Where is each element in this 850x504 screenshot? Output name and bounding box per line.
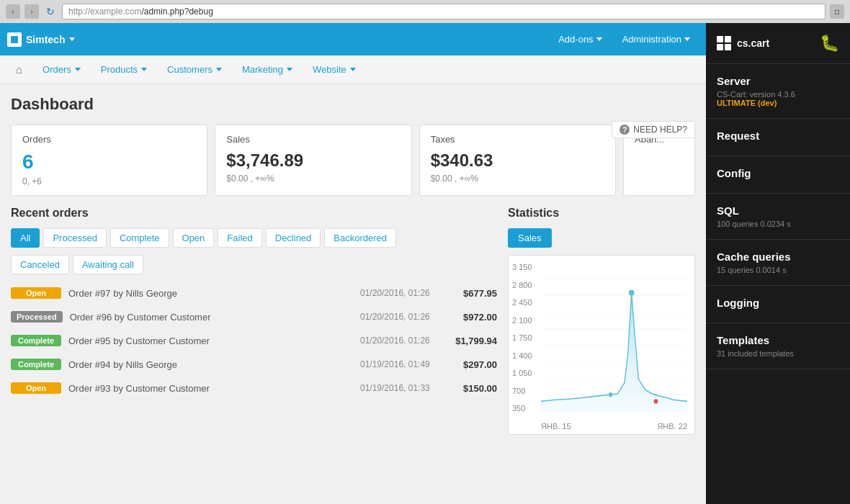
x-label-1: ЯНВ. 22 [657,422,687,431]
filter-declined[interactable]: Declined [266,228,321,248]
stat-value-sales: $3,746.89 [226,150,400,171]
sidebar-sql-title[interactable]: SQL [717,204,839,217]
svg-point-9 [609,392,613,397]
screen-button[interactable]: □ [830,4,844,19]
status-badge: Complete [11,359,61,370]
table-row: Complete Order #94 by Nills George 01/19… [11,353,497,377]
filter-complete[interactable]: Complete [110,228,169,248]
y-label-8: 350 [512,404,532,413]
y-label-2: 2 450 [512,298,532,307]
y-label-0: 3 150 [512,263,532,271]
products-nav[interactable]: Products [92,60,156,79]
addons-button[interactable]: Add-ons [550,30,610,49]
brand-icon [7,32,22,47]
administration-button[interactable]: Administration [614,30,699,49]
order-date: 01/19/2016, 01:33 [360,383,439,393]
brand-logo[interactable]: Simtech [7,32,75,47]
order-info[interactable]: Order #94 by Nills George [68,359,353,370]
url-bar[interactable]: http://example.com /admin.php?debug [62,4,826,19]
order-info[interactable]: Order #95 by Customer Customer [68,336,353,346]
order-amount: $1,799.94 [447,336,497,346]
order-info[interactable]: Order #97 by Nills George [68,288,353,299]
sidebar-templates-line0: 31 included templates [717,349,839,358]
order-amount: $150.00 [447,383,497,394]
order-info[interactable]: Order #96 by Customer Customer [70,312,353,323]
stat-label-taxes: Taxes [431,134,604,145]
y-label-7: 700 [512,387,532,395]
sidebar-templates: Templates 31 included templates [706,323,850,369]
filter-row-2: Canceled Awaiting call [11,255,497,274]
stats-tab-row: Sales [508,228,695,248]
forward-button[interactable]: › [24,4,39,19]
sidebar-request-title[interactable]: Request [717,130,839,142]
home-link[interactable]: ⌂ [7,59,31,80]
order-info[interactable]: Order #93 by Customer Customer [68,383,353,394]
filter-all[interactable]: All [11,228,40,248]
sidebar-cache-line0: 15 queries 0.0014 s [717,266,839,274]
navbar-right: Add-ons Administration [550,30,699,49]
addons-caret [596,37,602,41]
table-row: Processed Order #96 by Customer Customer… [11,305,497,329]
sidebar-server-title[interactable]: Server [717,75,839,87]
stat-card-orders: Orders 6 0, +6 [11,125,207,196]
need-help-button[interactable]: ? NEED HELP? [612,121,695,138]
brand-name: Simtech [26,34,65,45]
stat-card-taxes: Taxes $340.63 $0.00 , +∞% [419,125,616,196]
stat-sub-taxes: $0.00 , +∞% [431,174,604,184]
filter-open[interactable]: Open [173,228,215,248]
sidebar-sql-line0: 100 queries 0.0234 s [717,220,839,228]
order-amount: $677.95 [447,288,497,299]
stat-sub-orders: 0, +6 [22,176,196,186]
sidebar-header: cs.cart 🐛 [706,23,850,64]
status-badge: Open [11,382,61,394]
marketing-nav[interactable]: Marketing [233,60,301,79]
order-amount: $297.00 [447,359,497,370]
status-badge: Complete [11,335,61,346]
help-circle-icon: ? [619,125,630,135]
bug-icon[interactable]: 🐛 [820,34,839,53]
chart-y-labels: 3 150 2 800 2 450 2 100 1 750 1 400 1 05… [512,263,532,413]
filter-failed[interactable]: Failed [218,228,261,248]
filter-row: All Processed Complete Open Failed Decli… [11,228,497,248]
x-label-0: ЯНВ. 15 [541,422,571,431]
y-label-5: 1 400 [512,351,532,360]
stat-label-sales: Sales [226,134,400,145]
sidebar-logging: Logging [706,286,850,323]
refresh-button[interactable]: ↻ [43,4,58,19]
filter-processed[interactable]: Processed [43,228,106,248]
customers-nav[interactable]: Customers [158,60,231,79]
orders-section: Recent orders All Processed Complete Ope… [11,207,497,435]
back-button[interactable]: ‹ [6,4,20,19]
sidebar-config-title[interactable]: Config [717,167,839,179]
marketing-caret [287,68,292,71]
content-area: Simtech Add-ons Administration ⌂ Orders [0,23,706,504]
filter-awaiting[interactable]: Awaiting call [73,255,143,274]
status-badge: Open [11,287,61,299]
sidebar-templates-title[interactable]: Templates [717,334,839,346]
website-caret [350,68,356,71]
logo-text: cs.cart [737,37,769,49]
stat-value-orders: 6 [22,150,196,174]
sidebar-cache-title[interactable]: Cache queries [717,251,839,263]
sidebar-server-line1: ULTIMATE (dev) [717,99,839,107]
sidebar-logo: cs.cart [717,36,769,50]
filter-canceled[interactable]: Canceled [11,255,69,274]
browser-bar: ‹ › ↻ http://example.com /admin.php?debu… [0,0,850,23]
svg-point-10 [629,289,635,295]
order-amount: $972.00 [447,312,497,323]
sales-tab[interactable]: Sales [508,228,552,248]
filter-backordered[interactable]: Backordered [324,228,396,248]
stat-label-orders: Orders [22,134,196,145]
orders-nav[interactable]: Orders [34,60,89,79]
sidebar-request: Request [706,119,850,156]
sidebar-logging-title[interactable]: Logging [717,297,839,309]
website-nav[interactable]: Website [304,60,364,79]
brand-caret [69,37,75,41]
orders-list: Open Order #97 by Nills George 01/20/201… [11,282,497,400]
y-label-1: 2 800 [512,281,532,289]
stat-sub-sales: $0.00 , +∞% [226,174,400,184]
orders-section-title: Recent orders [11,207,497,220]
right-sidebar: cs.cart 🐛 Server CS-Cart: version 4.3.6 … [706,23,850,504]
sidebar-config: Config [706,156,850,194]
page-content: Dashboard Orders 6 0, +6 Sales $3,746.89… [0,84,706,504]
